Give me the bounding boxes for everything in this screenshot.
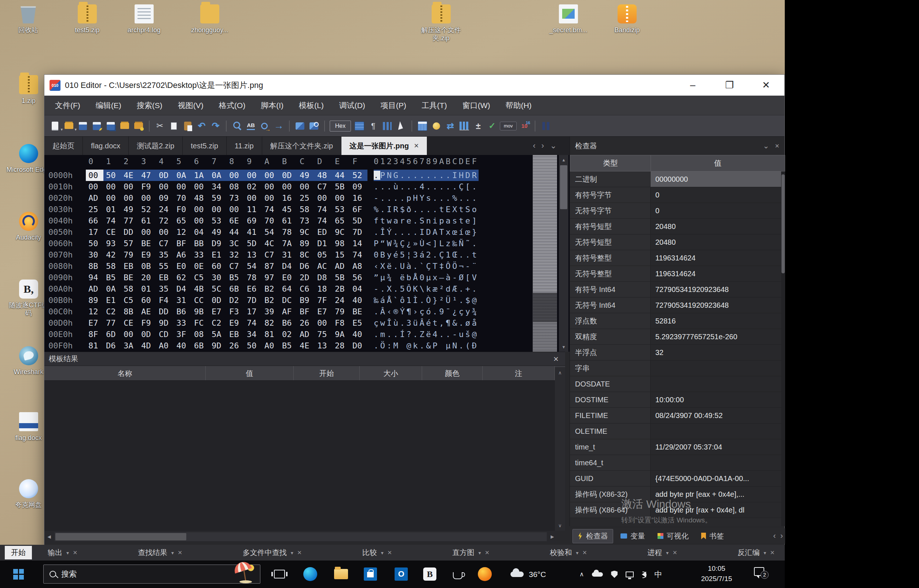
panel-tab-4[interactable]: 直方图▾× [452, 548, 489, 557]
hex-byte[interactable]: 65 [174, 215, 191, 226]
open-file-icon[interactable] [63, 120, 75, 132]
inspector-value[interactable]: 11/29/2007 05:37:04 [651, 439, 785, 455]
hex-byte[interactable]: 78 [244, 272, 262, 283]
hex-byte[interactable]: 65 [332, 215, 350, 226]
replace-in-files-icon[interactable] [308, 120, 320, 132]
hex-byte[interactable]: 17 [86, 226, 104, 238]
b-app-button[interactable] [421, 565, 439, 583]
menu-item-2[interactable]: 编辑(E) [88, 95, 129, 115]
hex-byte[interactable]: D4 [174, 283, 191, 294]
hex-byte[interactable]: 9D [156, 317, 174, 329]
hex-ascii[interactable]: .m..Í?.Zë4..-uš@ [374, 329, 478, 340]
hex-byte[interactable]: BE [121, 272, 139, 283]
hex-byte[interactable]: 0A [104, 283, 121, 294]
hex-byte[interactable]: 44 [332, 170, 350, 181]
ime-indicator[interactable]: 中 [654, 569, 662, 580]
hex-ascii[interactable]: ftware.Snipaste] [374, 215, 478, 226]
hex-byte[interactable]: 60 [209, 260, 227, 272]
hex-byte[interactable]: D4 [279, 260, 297, 272]
hex-byte[interactable]: 3A [121, 340, 139, 351]
taskbar-search[interactable]: 搜索 [43, 565, 260, 583]
file-tab-5[interactable]: 解压这个文件夹.zip [262, 137, 341, 155]
hex-byte[interactable]: AD [86, 283, 104, 294]
menu-item-5[interactable]: 格式(O) [211, 95, 253, 115]
taskbar-clock[interactable]: 10:05 2025/7/15 [695, 564, 738, 584]
hex-byte[interactable]: DD [121, 226, 139, 238]
inspector-value[interactable]: add byte ptr [eax + 0x4e],... [651, 486, 785, 502]
converter-icon[interactable] [444, 120, 457, 132]
benchmark-icon[interactable] [486, 120, 498, 132]
hex-byte[interactable]: 78 [279, 226, 297, 238]
scroll-up-icon[interactable]: ∧ [555, 368, 565, 377]
tabs-scroll-left-icon[interactable]: ‹ [773, 531, 776, 541]
mov-disasm-icon[interactable]: mov [500, 122, 517, 131]
hex-byte[interactable]: 00 [191, 181, 209, 192]
hex-byte[interactable]: 53 [209, 215, 227, 226]
hex-byte[interactable]: 00 [121, 329, 139, 340]
inspector-value[interactable]: 32 [651, 345, 785, 360]
hex-byte[interactable]: 40 [350, 329, 368, 340]
hex-byte[interactable]: 0E [191, 260, 209, 272]
security-shield-icon[interactable] [611, 571, 618, 578]
outlook-button[interactable] [392, 565, 410, 583]
store-button[interactable] [361, 565, 379, 583]
hex-byte[interactable]: 17 [244, 306, 262, 317]
hex-byte[interactable]: 34 [244, 329, 262, 340]
template-column-2[interactable]: 值 [206, 366, 294, 380]
hex-byte[interactable]: D6 [297, 260, 314, 272]
hex-byte[interactable]: 9B [191, 306, 209, 317]
inspector-tab-1[interactable]: 变量 [615, 529, 650, 543]
hex-ascii[interactable]: ”µ¾ ëbÅ0µx—à-Ø[V [374, 272, 478, 283]
panel-tab-1[interactable]: 查找结果▾× [138, 548, 182, 557]
menu-item-10[interactable]: 工具(T) [414, 95, 455, 115]
save-as-icon[interactable] [91, 120, 103, 132]
hex-byte[interactable]: 6B [227, 283, 244, 294]
hex-byte[interactable]: 40 [174, 340, 191, 351]
tab-list-icon[interactable]: ⌄ [550, 141, 557, 150]
hex-byte[interactable]: 00 [156, 226, 174, 238]
inspector-close-icon[interactable]: × [775, 142, 779, 150]
hex-byte[interactable]: 09 [350, 181, 368, 192]
hex-byte[interactable]: 50 [104, 170, 121, 181]
hex-byte[interactable]: 0B [139, 260, 156, 272]
calculator-icon[interactable] [416, 120, 429, 132]
template-column-1[interactable]: 名称 [44, 366, 206, 380]
hex-byte[interactable]: 52 [139, 204, 156, 215]
menu-item-4[interactable]: 视图(V) [170, 95, 211, 115]
scroll-up-icon[interactable]: ▲ [559, 155, 569, 165]
inspector-value[interactable]: 1196314624 [651, 266, 785, 282]
hex-byte[interactable]: 5B [332, 272, 350, 283]
hex-byte[interactable]: 60 [139, 294, 156, 306]
hex-byte[interactable]: 3F [174, 329, 191, 340]
hex-byte[interactable]: 7D [244, 294, 262, 306]
hex-hscrollbar[interactable]: ◀ ▶ [44, 531, 557, 543]
hex-byte[interactable]: 64 [279, 283, 297, 294]
scroll-right-icon[interactable]: ▶ [548, 534, 557, 539]
hex-byte[interactable]: 72 [156, 215, 174, 226]
tips-icon[interactable] [430, 120, 442, 132]
hex-byte[interactable]: 6B [191, 340, 209, 351]
hex-byte[interactable]: 55 [156, 260, 174, 272]
hex-byte[interactable]: 77 [121, 215, 139, 226]
hex-byte[interactable]: B5 [227, 272, 244, 283]
hex-byte[interactable]: 26 [297, 317, 314, 329]
maximize-button[interactable]: ❐ [711, 75, 748, 95]
hex-byte[interactable]: EB [121, 260, 139, 272]
find-icon[interactable] [231, 120, 243, 132]
hex-ascii[interactable]: ‹Xë.Uà.`ÇT‡ÔÖ¬-¨ [374, 260, 478, 272]
hex-byte[interactable]: 00 [139, 192, 156, 204]
hex-byte[interactable]: 49 [121, 204, 139, 215]
hex-byte[interactable]: 66 [86, 215, 104, 226]
hex-byte[interactable]: 6D [104, 329, 121, 340]
hex-byte[interactable]: 12 [174, 226, 191, 238]
hex-byte[interactable]: BF [297, 306, 314, 317]
panel-tab-2[interactable]: 多文件中查找▾× [243, 548, 302, 557]
hex-byte[interactable]: 0D [279, 170, 297, 181]
menu-item-7[interactable]: 模板(L) [291, 95, 332, 115]
scrollbar-thumb[interactable] [55, 533, 186, 540]
hex-vscrollbar[interactable]: ▲ ▼ [559, 155, 569, 352]
edge-taskbar-button[interactable] [301, 565, 319, 583]
hex-byte[interactable]: 39 [262, 306, 279, 317]
hex-byte[interactable]: 00 [86, 181, 104, 192]
inspector-value[interactable]: 0 [651, 203, 785, 219]
